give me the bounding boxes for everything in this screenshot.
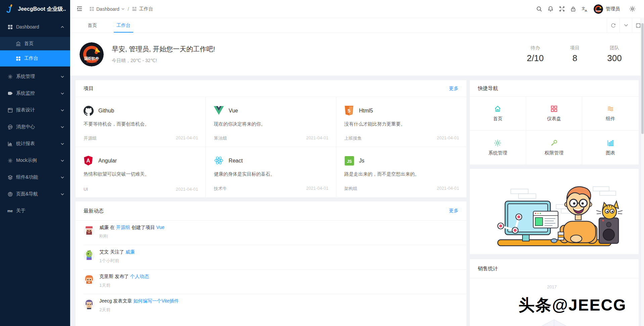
chevron-up-icon bbox=[61, 25, 64, 29]
greeting-text: 早安, 管理员, 开始您一天的工作吧! bbox=[112, 45, 215, 54]
sidebar-item-system-monitor[interactable]: 系统监控 bbox=[0, 87, 70, 100]
app-logo[interactable]: J JeecgBoot 企业级... bbox=[0, 0, 70, 18]
sidebar-item-stat-report[interactable]: 统计报表 bbox=[0, 137, 70, 150]
message-icon bbox=[7, 124, 13, 130]
dashboard-submenu: 首页 工作台 bbox=[0, 37, 70, 66]
monitor-icon bbox=[7, 91, 13, 96]
page-tabs: 首页 工作台 bbox=[70, 18, 644, 33]
chevron-down-icon bbox=[61, 159, 64, 162]
sidebar-item-report-design[interactable]: 报表设计 bbox=[0, 103, 70, 117]
lock-icon[interactable] bbox=[567, 3, 579, 15]
avatar: 国炬软件 bbox=[594, 4, 603, 14]
quicknav-title: 快捷导航 bbox=[478, 85, 498, 92]
app-title: JeecgBoot 企业级... bbox=[18, 6, 66, 13]
sidebar-item-home[interactable]: 首页 bbox=[0, 37, 70, 50]
workbench-grid-icon bbox=[15, 56, 21, 61]
radar-chart bbox=[484, 317, 625, 326]
tab-dropdown-chevron-icon[interactable] bbox=[620, 18, 632, 33]
project-item-angular[interactable]: A Angular 热情和欲望可以突破一切难关。 UI2021-04-01 bbox=[76, 147, 206, 197]
news-item: 克里斯 发布了 个人动态 1天前 bbox=[84, 270, 466, 294]
project-item-vue[interactable]: Vue 现在的你决定将来的你。 算法组2021-04-01 bbox=[206, 97, 336, 147]
svg-text:5: 5 bbox=[347, 108, 350, 113]
user-name: 管理员 bbox=[606, 6, 620, 12]
breadcrumb-root[interactable]: Dashboard bbox=[90, 6, 125, 12]
project-item-js[interactable]: JS Js 路是走出来的，而不是空想出来的。 架构组2021-04-01 bbox=[336, 147, 466, 197]
main-content: 项目 更多 Github 不要等待机会，而要创造机会。 开源组2021-04-0… bbox=[70, 76, 644, 326]
news-link[interactable]: 个人动态 bbox=[130, 274, 149, 279]
svg-text:JS: JS bbox=[347, 159, 352, 164]
sales-title: 销售统计 bbox=[478, 266, 498, 272]
sidebar-item-pages-nav[interactable]: 页面&导航 bbox=[0, 187, 70, 201]
project-item-github[interactable]: Github 不要等待机会，而要创造机会。 开源组2021-04-01 bbox=[76, 97, 206, 147]
sidebar-item-about[interactable]: me 关于 bbox=[0, 204, 70, 218]
news-more-link[interactable]: 更多 bbox=[449, 208, 458, 214]
news-title: 最新动态 bbox=[84, 208, 104, 214]
fullscreen-icon[interactable] bbox=[556, 3, 567, 15]
sidebar-item-components[interactable]: 组件&功能 bbox=[0, 171, 70, 184]
refresh-icon[interactable] bbox=[607, 18, 620, 33]
quicknav-item-dashboard[interactable]: 仪表盘 bbox=[526, 97, 583, 131]
sidebar-menu: Dashboard 首页 工作台 系统管理 bbox=[0, 18, 70, 218]
chevron-down-icon bbox=[61, 75, 64, 78]
sales-card-header: 销售统计 bbox=[470, 259, 639, 278]
dashboard-icon bbox=[7, 24, 13, 30]
quicknav-item-auth[interactable]: 权限管理 bbox=[526, 131, 583, 165]
menu-collapse-icon[interactable] bbox=[76, 5, 84, 13]
bar-chart-icon bbox=[607, 139, 614, 147]
sidebar-item-workbench[interactable]: 工作台 bbox=[0, 50, 70, 66]
jeecg-logo-icon: J bbox=[6, 4, 14, 14]
sidebar-item-mock[interactable]: Mock示例 bbox=[0, 154, 70, 167]
news-time: 1天前 bbox=[99, 282, 149, 288]
sidebar-item-dashboard[interactable]: Dashboard bbox=[0, 20, 70, 34]
user-menu[interactable]: 国炬软件 管理员 bbox=[594, 4, 620, 14]
react-icon bbox=[214, 156, 224, 166]
chevron-down-icon bbox=[61, 92, 64, 95]
settings-gear-icon[interactable] bbox=[627, 3, 638, 15]
svg-text:国炬软件: 国炬软件 bbox=[84, 56, 99, 60]
sidebar-item-message-center[interactable]: 消息中心 bbox=[0, 120, 70, 134]
gear-icon bbox=[494, 139, 501, 147]
workspace-illustration bbox=[476, 172, 633, 251]
weather-text: 今日晴，20℃ - 32℃! bbox=[112, 58, 215, 64]
me-icon: me bbox=[7, 208, 13, 214]
notification-bell-icon[interactable] bbox=[545, 3, 556, 15]
scrollbar-thumb[interactable] bbox=[641, 23, 644, 134]
layers-icon bbox=[607, 105, 614, 112]
news-link[interactable]: Vue bbox=[156, 225, 164, 230]
key-icon bbox=[550, 139, 558, 147]
news-link[interactable]: 威廉 bbox=[126, 249, 135, 254]
quicknav-item-system[interactable]: 系统管理 bbox=[470, 131, 526, 165]
stat-team: 团队 300 bbox=[605, 45, 624, 63]
sidebar-item-system-manage[interactable]: 系统管理 bbox=[0, 70, 70, 83]
tab-workbench[interactable]: 工作台 bbox=[111, 18, 136, 33]
projects-card: 项目 更多 Github 不要等待机会，而要创造机会。 开源组2021-04-0… bbox=[76, 80, 466, 197]
news-item: 威廉 在 开源组 创建了项目 Vue 刚刚 bbox=[84, 221, 466, 245]
news-time: 2天前 bbox=[99, 307, 179, 313]
bar-chart-icon bbox=[7, 141, 13, 146]
layers-icon bbox=[7, 175, 13, 180]
tab-toolbar bbox=[607, 18, 644, 33]
compass-icon bbox=[7, 191, 13, 197]
news-link[interactable]: 如何编写一个Vite插件 bbox=[133, 298, 179, 304]
page-scrollbar[interactable] bbox=[641, 18, 644, 326]
breadcrumb-current[interactable]: 工作台 bbox=[132, 6, 153, 12]
avatar bbox=[84, 299, 95, 310]
quicknav-item-chart[interactable]: 图表 bbox=[582, 131, 639, 165]
translate-icon[interactable]: 文A bbox=[579, 3, 590, 15]
report-layout-icon bbox=[7, 107, 13, 113]
breadcrumb: Dashboard / 工作台 bbox=[90, 6, 153, 12]
projects-card-header: 项目 更多 bbox=[76, 80, 466, 97]
news-link[interactable]: 开源组 bbox=[116, 225, 130, 230]
projects-more-link[interactable]: 更多 bbox=[449, 86, 458, 92]
quicknav-item-home[interactable]: 首页 bbox=[470, 97, 526, 131]
quicknav-item-components[interactable]: 组件 bbox=[582, 97, 639, 131]
chevron-down-icon bbox=[61, 125, 64, 129]
stat-todo: 待办 2/10 bbox=[526, 45, 545, 63]
project-item-html5[interactable]: 5 Html5 没有什么才能比努力更重要。 上班摸鱼2021-04-01 bbox=[336, 97, 466, 147]
sidebar: J JeecgBoot 企业级... Dashboard 首页 工作台 bbox=[0, 0, 70, 326]
tab-home[interactable]: 首页 bbox=[82, 18, 102, 33]
search-icon[interactable] bbox=[533, 3, 545, 15]
projects-grid: Github 不要等待机会，而要创造机会。 开源组2021-04-01 Vue … bbox=[76, 97, 466, 197]
project-item-react[interactable]: React 健康的身体是实目标的基石。 技术牛2021-04-01 bbox=[206, 147, 336, 197]
header-actions: 文A 国炬软件 管理员 bbox=[533, 3, 638, 15]
